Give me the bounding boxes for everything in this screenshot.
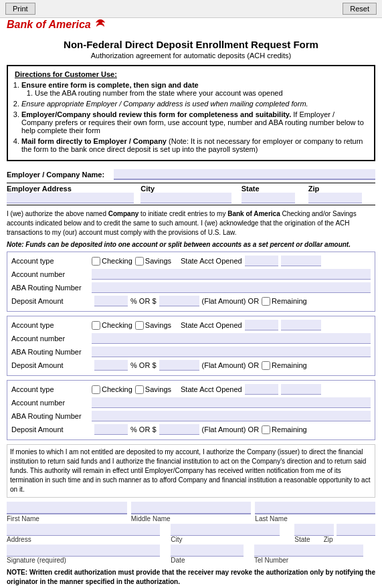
direction-1-subitems: Use the ABA routing number from the stat… — [21, 89, 367, 97]
direction-1-subitem: Use the ABA routing number from the stat… — [35, 89, 367, 97]
checking-label-3[interactable]: Checking — [92, 385, 132, 394]
acct-number-input-3[interactable] — [92, 397, 371, 408]
checking-checkbox-1[interactable] — [92, 257, 100, 266]
checking-checkbox-2[interactable] — [92, 321, 100, 330]
state-label: State — [242, 185, 308, 193]
note-bold: Note: Funds can be deposited into one ac… — [7, 241, 351, 248]
sig-city-label: City — [171, 536, 292, 543]
checking-label-2[interactable]: Checking — [92, 321, 132, 330]
acct-number-label-2: Account number — [11, 334, 92, 342]
savings-label-2[interactable]: Savings — [135, 321, 171, 330]
remaining-checkbox-2[interactable] — [262, 361, 270, 370]
first-name-cell: First Name — [7, 502, 127, 522]
acct-type-checkboxes-2: Checking Savings State Acct Opened — [92, 320, 371, 330]
print-button[interactable]: Print — [5, 3, 35, 15]
last-name-input[interactable] — [255, 502, 375, 514]
state-zip-labels: State Zip — [294, 536, 375, 543]
sig-date-tel-row: Signature (required) Date Tel Number — [7, 545, 375, 564]
state-cell: State — [242, 185, 308, 203]
opened-input-2[interactable] — [281, 320, 321, 330]
auth-text: I (we) authorize the above named Company… — [7, 209, 375, 237]
first-name-input[interactable] — [7, 502, 127, 514]
opened-input-3[interactable] — [281, 384, 321, 395]
aba-routing-input-1[interactable] — [92, 282, 371, 293]
sig-city-cell: City — [171, 524, 292, 543]
acct-type-row-3: Account type Checking Savings State Acct… — [11, 383, 371, 395]
last-name-cell: Last Name — [255, 502, 375, 522]
directions-title: Directions for Customer Use: — [15, 70, 367, 78]
middle-name-input[interactable] — [131, 502, 252, 514]
remaining-text-3: Remaining — [272, 425, 307, 433]
city-input[interactable] — [140, 193, 231, 203]
acct-number-input-2[interactable] — [92, 333, 371, 344]
savings-checkbox-1[interactable] — [135, 257, 144, 266]
sig-date-cell: Date — [171, 545, 252, 564]
deposit-percent-input-2[interactable] — [94, 360, 128, 371]
reset-button[interactable]: Reset — [343, 3, 377, 15]
deposit-row-1: Deposit Amount % OR $ (Flat Amount) OR R… — [11, 295, 371, 307]
opened-input-1[interactable] — [281, 256, 321, 266]
deposit-flat-input-3[interactable] — [159, 424, 199, 435]
footer-note-text: Written credit authorization must provid… — [7, 569, 375, 585]
footer-note: NOTE: Written credit authorization must … — [7, 568, 375, 587]
remaining-label-2[interactable]: Remaining — [262, 361, 307, 370]
sig-city-input[interactable] — [171, 524, 280, 536]
aba-routing-input-3[interactable] — [92, 411, 371, 421]
address-sig-row: Address City State Zip — [7, 524, 375, 543]
deposit-flat-input-1[interactable] — [159, 296, 199, 306]
checking-checkbox-3[interactable] — [92, 385, 100, 394]
state-input-3[interactable] — [245, 384, 278, 395]
direction-1-text: Ensure entire form is complete, then sig… — [21, 81, 199, 89]
address-input[interactable] — [7, 193, 134, 203]
acct-number-label-1: Account number — [11, 270, 92, 278]
savings-label-3[interactable]: Savings — [135, 385, 171, 394]
sig-state-input[interactable] — [294, 524, 333, 536]
deposit-row-2: Deposit Amount % OR $ (Flat Amount) OR R… — [11, 359, 371, 371]
remaining-label-3[interactable]: Remaining — [262, 425, 307, 434]
zip-input[interactable] — [308, 193, 362, 203]
date-label: Date — [171, 557, 252, 564]
state-acct-opened-label-3: State Acct Opened — [181, 385, 242, 393]
acct-number-input-1[interactable] — [92, 269, 371, 280]
signature-input[interactable] — [7, 545, 160, 557]
account-section-3: Account type Checking Savings State Acct… — [7, 380, 375, 440]
aba-routing-input-2[interactable] — [92, 347, 371, 357]
account-section-2: Account type Checking Savings State Acct… — [7, 316, 375, 376]
date-input[interactable] — [171, 545, 244, 557]
remaining-label-1[interactable]: Remaining — [262, 297, 307, 306]
sig-state-zip-cell: State Zip — [294, 524, 375, 543]
deposit-flat-input-2[interactable] — [159, 360, 199, 371]
aba-routing-row-1: ABA Routing Number — [11, 282, 371, 294]
direction-2-text: Ensure appropriate Employer / Company ad… — [21, 100, 308, 108]
form-content: Directions for Customer Use: Ensure enti… — [0, 62, 382, 588]
state-input-1[interactable] — [245, 256, 278, 266]
acct-type-label-1: Account type — [11, 257, 92, 265]
acct-number-row-1: Account number — [11, 268, 371, 280]
acct-type-checkboxes-3: Checking Savings State Acct Opened — [92, 384, 371, 395]
remaining-text-2: Remaining — [272, 361, 307, 369]
savings-checkbox-3[interactable] — [135, 385, 144, 394]
bank-logo-area: Bank of America — [0, 18, 382, 33]
employer-name-input[interactable] — [114, 169, 375, 179]
tel-input[interactable] — [254, 545, 363, 557]
state-input-2[interactable] — [245, 320, 278, 330]
zip-label: Zip — [308, 185, 375, 193]
sig-address-input[interactable] — [7, 524, 160, 536]
acct-type-label-2: Account type — [11, 321, 92, 329]
sig-address-label: Address — [7, 536, 168, 543]
form-title: Non-Federal Direct Deposit Enrollment Re… — [7, 39, 375, 50]
flat-amount-label-3: (Flat Amount) OR — [202, 425, 260, 433]
state-input[interactable] — [242, 193, 295, 203]
deposit-percent-input-1[interactable] — [94, 296, 128, 306]
directions-box: Directions for Customer Use: Ensure enti… — [7, 65, 375, 161]
remaining-checkbox-1[interactable] — [262, 297, 270, 306]
directions-list: Ensure entire form is complete, then sig… — [15, 81, 367, 153]
savings-checkbox-2[interactable] — [135, 321, 144, 330]
checking-label-1[interactable]: Checking — [92, 257, 132, 266]
sig-zip-input[interactable] — [337, 524, 375, 536]
deposit-percent-input-3[interactable] — [94, 424, 128, 435]
savings-label-1[interactable]: Savings — [135, 257, 171, 266]
address-cell: Employer Address — [7, 185, 140, 203]
remaining-checkbox-3[interactable] — [262, 425, 270, 434]
employer-address-row: Employer Address City State Zip — [7, 183, 375, 205]
